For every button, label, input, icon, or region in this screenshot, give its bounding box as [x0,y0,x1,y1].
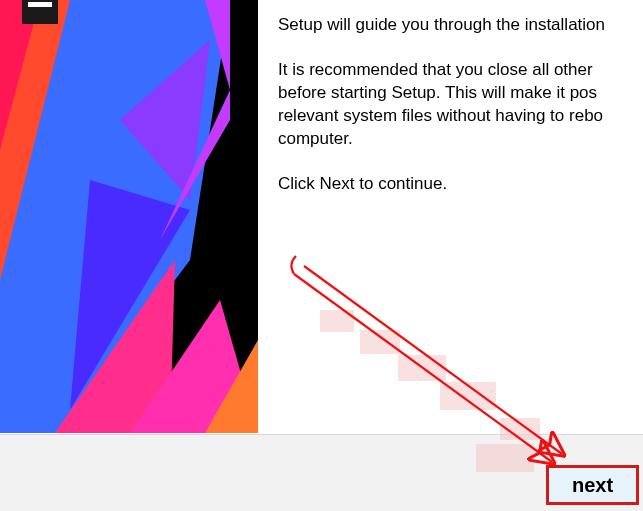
annotation-smudge [320,310,354,332]
annotation-smudge [500,418,540,440]
setup-recommend-text: It is recommended that you close all oth… [278,59,643,151]
setup-intro-text: Setup will guide you through the install… [278,14,643,37]
sidebar-hero-image [0,0,258,433]
annotation-smudge [398,355,446,381]
content-area: Setup will guide you through the install… [258,0,643,433]
annotation-smudge [476,444,534,472]
svg-rect-11 [28,2,52,7]
setup-click-next-text: Click Next to continue. [278,173,643,196]
annotation-smudge [360,330,400,354]
installer-window: Setup will guide you through the install… [0,0,643,511]
footer-bar: next [0,434,643,511]
annotation-smudge [440,382,496,410]
next-button[interactable]: next [546,465,639,505]
